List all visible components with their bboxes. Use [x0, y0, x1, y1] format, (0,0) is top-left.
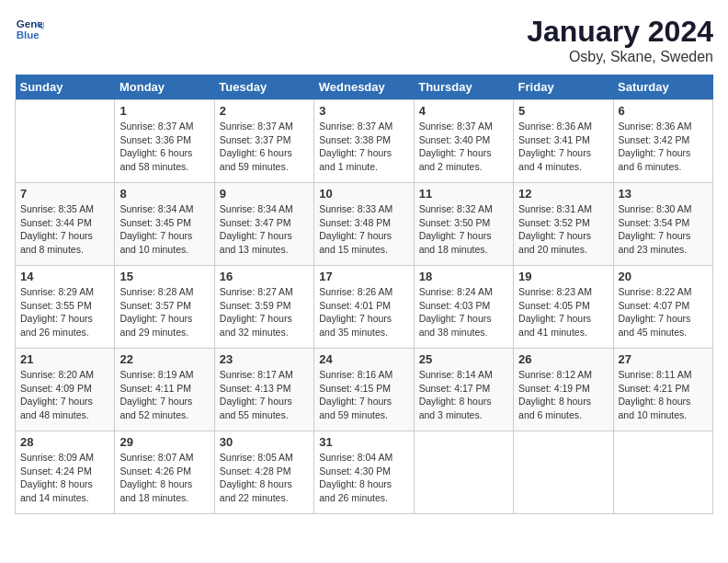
- day-number: 27: [619, 352, 708, 366]
- page-header: General Blue January 2024 Osby, Skane, S…: [15, 15, 713, 65]
- day-detail: Sunrise: 8:26 AMSunset: 4:01 PMDaylight:…: [319, 285, 408, 339]
- day-number: 20: [619, 270, 708, 283]
- calendar-table: Sunday Monday Tuesday Wednesday Thursday…: [15, 75, 713, 514]
- day-detail: Sunrise: 8:12 AMSunset: 4:19 PMDaylight:…: [518, 368, 608, 422]
- calendar-day: 9 Sunrise: 8:34 AMSunset: 3:47 PMDayligh…: [214, 183, 313, 266]
- calendar-title: January 2024: [527, 15, 713, 49]
- calendar-day: 4 Sunrise: 8:37 AMSunset: 3:40 PMDayligh…: [414, 100, 513, 183]
- calendar-day: 27 Sunrise: 8:11 AMSunset: 4:21 PMDaylig…: [613, 349, 712, 431]
- calendar-day: 17 Sunrise: 8:26 AMSunset: 4:01 PMDaylig…: [314, 266, 414, 349]
- day-detail: Sunrise: 8:27 AMSunset: 3:59 PMDaylight:…: [220, 285, 309, 339]
- day-number: 4: [419, 104, 508, 118]
- calendar-day: 21 Sunrise: 8:20 AMSunset: 4:09 PMDaylig…: [16, 349, 115, 431]
- day-number: 29: [119, 435, 209, 449]
- day-number: 10: [319, 187, 408, 201]
- day-detail: Sunrise: 8:37 AMSunset: 3:38 PMDaylight:…: [319, 120, 408, 174]
- header-saturday: Saturday: [613, 75, 712, 100]
- day-detail: Sunrise: 8:36 AMSunset: 3:41 PMDaylight:…: [518, 120, 608, 174]
- day-detail: Sunrise: 8:04 AMSunset: 4:30 PMDaylight:…: [319, 451, 408, 505]
- svg-text:Blue: Blue: [17, 29, 40, 40]
- day-number: 14: [20, 270, 109, 283]
- day-number: 5: [518, 104, 608, 118]
- day-number: 7: [20, 187, 109, 201]
- calendar-day: 1 Sunrise: 8:37 AMSunset: 3:36 PMDayligh…: [115, 100, 214, 183]
- calendar-day: 18 Sunrise: 8:24 AMSunset: 4:03 PMDaylig…: [414, 266, 513, 349]
- day-number: 26: [518, 352, 608, 366]
- calendar-day: 5 Sunrise: 8:36 AMSunset: 3:41 PMDayligh…: [514, 100, 613, 183]
- day-detail: Sunrise: 8:28 AMSunset: 3:57 PMDaylight:…: [119, 285, 209, 339]
- calendar-subtitle: Osby, Skane, Sweden: [527, 49, 713, 65]
- day-detail: Sunrise: 8:11 AMSunset: 4:21 PMDaylight:…: [619, 368, 708, 422]
- calendar-week-5: 28 Sunrise: 8:09 AMSunset: 4:24 PMDaylig…: [16, 431, 713, 514]
- header-sunday: Sunday: [16, 75, 115, 100]
- day-number: 18: [419, 270, 508, 283]
- calendar-day: 16 Sunrise: 8:27 AMSunset: 3:59 PMDaylig…: [214, 266, 313, 349]
- day-number: 17: [319, 270, 408, 283]
- calendar-header: Sunday Monday Tuesday Wednesday Thursday…: [16, 75, 713, 100]
- day-number: 24: [319, 352, 408, 366]
- day-detail: Sunrise: 8:34 AMSunset: 3:47 PMDaylight:…: [220, 202, 309, 257]
- day-detail: Sunrise: 8:37 AMSunset: 3:40 PMDaylight:…: [419, 120, 508, 174]
- calendar-day: 26 Sunrise: 8:12 AMSunset: 4:19 PMDaylig…: [514, 349, 613, 431]
- day-number: 11: [419, 187, 508, 201]
- header-wednesday: Wednesday: [314, 75, 414, 100]
- calendar-day: 22 Sunrise: 8:19 AMSunset: 4:11 PMDaylig…: [115, 349, 214, 431]
- day-detail: Sunrise: 8:16 AMSunset: 4:15 PMDaylight:…: [319, 368, 408, 422]
- day-detail: Sunrise: 8:33 AMSunset: 3:48 PMDaylight:…: [319, 202, 408, 257]
- day-number: 23: [220, 352, 309, 366]
- day-number: 2: [220, 104, 309, 118]
- calendar-day: 25 Sunrise: 8:14 AMSunset: 4:17 PMDaylig…: [414, 349, 513, 431]
- calendar-day: 14 Sunrise: 8:29 AMSunset: 3:55 PMDaylig…: [16, 266, 115, 349]
- calendar-day: 12 Sunrise: 8:31 AMSunset: 3:52 PMDaylig…: [514, 183, 613, 266]
- calendar-day: 23 Sunrise: 8:17 AMSunset: 4:13 PMDaylig…: [214, 349, 313, 431]
- title-block: January 2024 Osby, Skane, Sweden: [527, 15, 713, 65]
- calendar-day: 28 Sunrise: 8:09 AMSunset: 4:24 PMDaylig…: [16, 431, 115, 514]
- day-detail: Sunrise: 8:05 AMSunset: 4:28 PMDaylight:…: [220, 451, 309, 505]
- day-number: 3: [319, 104, 408, 118]
- day-number: 13: [619, 187, 708, 201]
- day-detail: Sunrise: 8:30 AMSunset: 3:54 PMDaylight:…: [619, 202, 708, 257]
- day-number: 8: [119, 187, 209, 201]
- calendar-week-1: 1 Sunrise: 8:37 AMSunset: 3:36 PMDayligh…: [16, 100, 713, 183]
- calendar-day: [16, 100, 115, 183]
- header-monday: Monday: [115, 75, 214, 100]
- day-number: 19: [518, 270, 608, 283]
- calendar-day: 10 Sunrise: 8:33 AMSunset: 3:48 PMDaylig…: [314, 183, 414, 266]
- calendar-body: 1 Sunrise: 8:37 AMSunset: 3:36 PMDayligh…: [16, 100, 713, 514]
- calendar-day: [613, 431, 712, 514]
- day-number: 15: [119, 270, 209, 283]
- calendar-day: 29 Sunrise: 8:07 AMSunset: 4:26 PMDaylig…: [115, 431, 214, 514]
- header-tuesday: Tuesday: [214, 75, 313, 100]
- header-thursday: Thursday: [414, 75, 513, 100]
- calendar-day: 7 Sunrise: 8:35 AMSunset: 3:44 PMDayligh…: [16, 183, 115, 266]
- calendar-day: 30 Sunrise: 8:05 AMSunset: 4:28 PMDaylig…: [214, 431, 313, 514]
- day-number: 12: [518, 187, 608, 201]
- day-number: 6: [619, 104, 708, 118]
- day-detail: Sunrise: 8:14 AMSunset: 4:17 PMDaylight:…: [419, 368, 508, 422]
- header-row: Sunday Monday Tuesday Wednesday Thursday…: [16, 75, 713, 100]
- calendar-day: 24 Sunrise: 8:16 AMSunset: 4:15 PMDaylig…: [314, 349, 414, 431]
- header-friday: Friday: [514, 75, 613, 100]
- day-number: 25: [419, 352, 508, 366]
- day-detail: Sunrise: 8:35 AMSunset: 3:44 PMDaylight:…: [20, 202, 109, 257]
- day-number: 30: [220, 435, 309, 449]
- calendar-day: 3 Sunrise: 8:37 AMSunset: 3:38 PMDayligh…: [314, 100, 414, 183]
- calendar-day: 2 Sunrise: 8:37 AMSunset: 3:37 PMDayligh…: [214, 100, 313, 183]
- day-detail: Sunrise: 8:31 AMSunset: 3:52 PMDaylight:…: [518, 202, 608, 257]
- day-number: 21: [20, 352, 109, 366]
- svg-text:General: General: [17, 18, 44, 29]
- day-detail: Sunrise: 8:34 AMSunset: 3:45 PMDaylight:…: [119, 202, 209, 257]
- day-number: 31: [319, 435, 408, 449]
- day-detail: Sunrise: 8:22 AMSunset: 4:07 PMDaylight:…: [619, 285, 708, 339]
- logo-icon: General Blue: [15, 15, 44, 44]
- day-detail: Sunrise: 8:36 AMSunset: 3:42 PMDaylight:…: [619, 120, 708, 174]
- day-number: 1: [119, 104, 209, 118]
- calendar-day: 6 Sunrise: 8:36 AMSunset: 3:42 PMDayligh…: [613, 100, 712, 183]
- calendar-day: 19 Sunrise: 8:23 AMSunset: 4:05 PMDaylig…: [514, 266, 613, 349]
- day-detail: Sunrise: 8:29 AMSunset: 3:55 PMDaylight:…: [20, 285, 109, 339]
- day-detail: Sunrise: 8:23 AMSunset: 4:05 PMDaylight:…: [518, 285, 608, 339]
- calendar-week-2: 7 Sunrise: 8:35 AMSunset: 3:44 PMDayligh…: [16, 183, 713, 266]
- day-detail: Sunrise: 8:32 AMSunset: 3:50 PMDaylight:…: [419, 202, 508, 257]
- day-detail: Sunrise: 8:37 AMSunset: 3:37 PMDaylight:…: [220, 120, 309, 174]
- day-detail: Sunrise: 8:24 AMSunset: 4:03 PMDaylight:…: [419, 285, 508, 339]
